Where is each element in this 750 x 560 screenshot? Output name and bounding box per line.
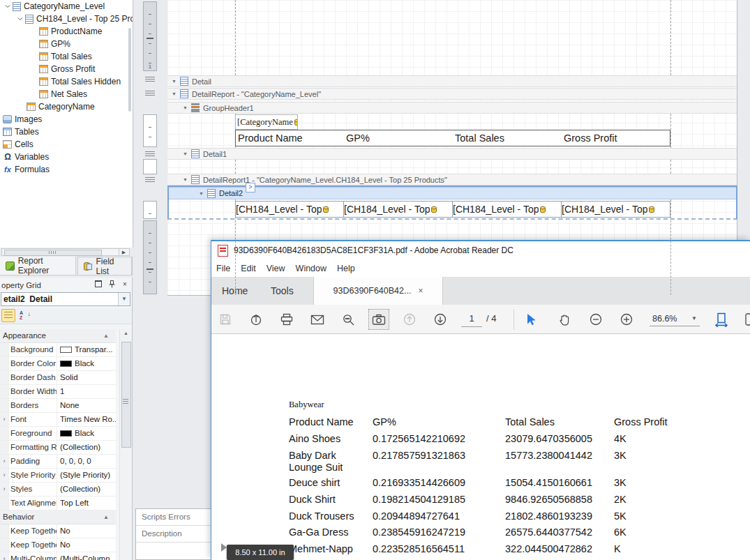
band-caption-detailreport[interactable]: ▼ DetailReport - "CategoryName_Level" — [167, 88, 737, 100]
property-row-formatting-rules[interactable]: Formatting Rules(Collection) — [0, 441, 116, 455]
band-caption-detail1[interactable]: ▼ Detail1 — [167, 148, 737, 160]
save-button[interactable] — [215, 309, 236, 330]
property-row-multi-column[interactable]: ›Multi-Column(Multi-Column ... — [0, 552, 116, 560]
window-title-bar[interactable]: 93D6390F640B426183D5AC8E1CF3F31A.pdf - A… — [211, 241, 750, 259]
pin-icon[interactable] — [107, 280, 116, 288]
scroll-up-arrow-icon[interactable]: ▲ — [120, 331, 132, 335]
header-cell-gross-profit[interactable]: Gross Profit — [562, 130, 670, 146]
property-row-font[interactable]: ›FontTimes New Ro... — [0, 413, 116, 427]
hand-tool-button[interactable] — [554, 309, 575, 330]
select-tool-button[interactable] — [520, 309, 541, 330]
tree-item-gross-profit[interactable]: Gross Profit — [0, 63, 133, 75]
category-appearance[interactable]: Appearance▲ — [0, 329, 116, 343]
expander-icon[interactable]: › — [0, 552, 9, 560]
band-caption-detail[interactable]: ▼ Detail — [167, 75, 737, 87]
tree-item-productname[interactable]: ProductName — [0, 25, 133, 38]
sidebar-toggle-icon[interactable] — [221, 543, 227, 552]
menu-edit[interactable]: Edit — [241, 264, 256, 273]
menu-view[interactable]: View — [267, 264, 285, 273]
header-cell-gp[interactable]: GP% — [344, 130, 453, 146]
tree-horizontal-scrollbar[interactable]: ▶ — [1, 248, 130, 256]
band-caption-groupheader1[interactable]: ▼ GroupHeader1 — [167, 102, 737, 114]
next-page-button[interactable] — [430, 309, 451, 330]
property-row-borders[interactable]: BordersNone — [0, 399, 116, 413]
band-resize-grip[interactable] — [145, 177, 155, 182]
band-resize-grip[interactable] — [145, 151, 155, 156]
tab-document[interactable]: 93D6390F640B42... × — [313, 277, 443, 305]
search-button[interactable] — [338, 309, 359, 330]
header-cell-total-sales[interactable]: Total Sales — [453, 130, 562, 146]
tree-scrollbar[interactable] — [128, 28, 131, 112]
property-row-foreground[interactable]: ForegroundBlack — [0, 427, 116, 441]
property-row-border-dash[interactable]: Border DashSolid — [0, 371, 116, 385]
property-row-style-priority[interactable]: ›Style Priority(Style Priority) — [0, 469, 116, 483]
expander-icon[interactable]: › — [0, 413, 9, 426]
scrollbar-thumb[interactable] — [4, 250, 102, 256]
previous-page-button[interactable] — [399, 309, 420, 330]
property-row-border-width[interactable]: Border Width1 — [0, 385, 116, 399]
property-row-styles[interactable]: ›Styles(Collection) — [0, 483, 116, 497]
page-number-input[interactable]: 1 — [461, 311, 482, 327]
tab-report-explorer[interactable]: Report Explorer — [0, 257, 76, 275]
close-icon[interactable]: × — [121, 280, 129, 288]
tree-item-tables[interactable]: Tables — [0, 126, 133, 138]
menu-help[interactable]: Help — [337, 264, 355, 273]
chevron-down-icon[interactable] — [3, 3, 13, 9]
expander-icon[interactable]: › — [0, 455, 9, 468]
restore-window-icon[interactable] — [94, 280, 103, 288]
menu-window[interactable]: Window — [296, 264, 327, 273]
header-cell-product-name[interactable]: Product Name — [235, 130, 345, 146]
selected-object-combobox[interactable]: etail2 Detail ▼ — [1, 292, 130, 306]
scroll-right-arrow-icon[interactable]: ▶ — [119, 249, 128, 255]
zoom-out-button[interactable] — [585, 309, 606, 330]
property-row-padding[interactable]: ›Padding0, 0, 0, 0 — [0, 455, 116, 469]
collapse-icon[interactable]: ▲ — [103, 510, 109, 524]
property-grid-scrollbar[interactable]: ▲ — [119, 329, 132, 560]
tree-item-total-sales-hidden[interactable]: Total Sales Hidden — [0, 75, 133, 88]
tree-item-categoryname-level[interactable]: CategoryName_Level — [0, 0, 133, 13]
chevron-down-icon[interactable]: ▼ — [118, 293, 130, 305]
tree-item-gp[interactable]: GP% — [0, 38, 133, 50]
email-button[interactable] — [307, 309, 328, 330]
property-row-keep-together-2[interactable]: Keep TogetherNo — [0, 538, 116, 552]
detail2-cell-4[interactable]: [CH184_Level - Top — [562, 201, 670, 218]
detail2-cell-3[interactable]: [CH184_Level - Top — [453, 201, 562, 218]
property-row-keep-together[interactable]: Keep TogetherNo — [0, 524, 116, 538]
zoom-level-combobox[interactable]: 86.6%▼ — [650, 311, 700, 326]
collapse-arrow-icon[interactable]: ▼ — [183, 105, 188, 110]
tab-field-list[interactable]: Field List — [77, 257, 132, 275]
tree-item-variables[interactable]: Ω Variables — [0, 151, 133, 163]
collapse-icon[interactable]: ▲ — [103, 329, 109, 342]
tree-item-images[interactable]: Images — [0, 113, 133, 126]
property-row-background[interactable]: BackgroundTranspar... — [0, 343, 116, 357]
property-row-border-color[interactable]: Border ColorBlack — [0, 357, 116, 371]
print-button[interactable] — [276, 309, 297, 330]
pdf-document-area[interactable]: Babywear Product Name GP% Total Sales Gr… — [211, 334, 750, 560]
categorized-view-button[interactable] — [1, 309, 15, 322]
toolbar-overflow-icon[interactable] — [740, 309, 750, 330]
snapshot-tool-button[interactable] — [368, 309, 389, 330]
scripts-errors-row[interactable]: Scripts Errors — [136, 509, 211, 526]
collapse-arrow-icon[interactable]: ▼ — [172, 79, 177, 84]
tree-item-total-sales[interactable]: Total Sales — [0, 50, 133, 63]
close-tab-icon[interactable]: × — [418, 286, 423, 296]
band-resize-grip[interactable] — [145, 91, 155, 96]
fit-width-button[interactable] — [711, 309, 732, 330]
band-resize-grip[interactable] — [145, 77, 155, 82]
categoryname-field-cell[interactable]: [CategoryName — [235, 114, 298, 130]
tree-item-ch184-level[interactable]: CH184_Level - Top 25 Pro — [0, 13, 133, 25]
tree-item-cells[interactable]: Cells — [0, 138, 133, 151]
property-row-text-alignment[interactable]: Text AlignmentTop Left — [0, 497, 116, 510]
upload-cloud-button[interactable] — [246, 309, 267, 330]
detail2-cell-1[interactable]: [CH184_Level - Top — [235, 201, 344, 218]
expander-icon[interactable]: › — [0, 483, 9, 496]
chevron-down-icon[interactable] — [15, 16, 25, 22]
zoom-in-button[interactable] — [616, 309, 637, 330]
tree-item-net-sales[interactable]: Net Sales — [0, 88, 133, 100]
tree-item-categoryname[interactable]: CategoryName — [0, 100, 133, 113]
tree-item-formulas[interactable]: fx Formulas — [0, 163, 133, 176]
expander-icon[interactable]: › — [0, 469, 9, 482]
collapse-arrow-icon[interactable]: ▼ — [183, 177, 188, 182]
tab-tools[interactable]: Tools — [271, 277, 294, 305]
description-row[interactable]: Description — [136, 526, 211, 543]
